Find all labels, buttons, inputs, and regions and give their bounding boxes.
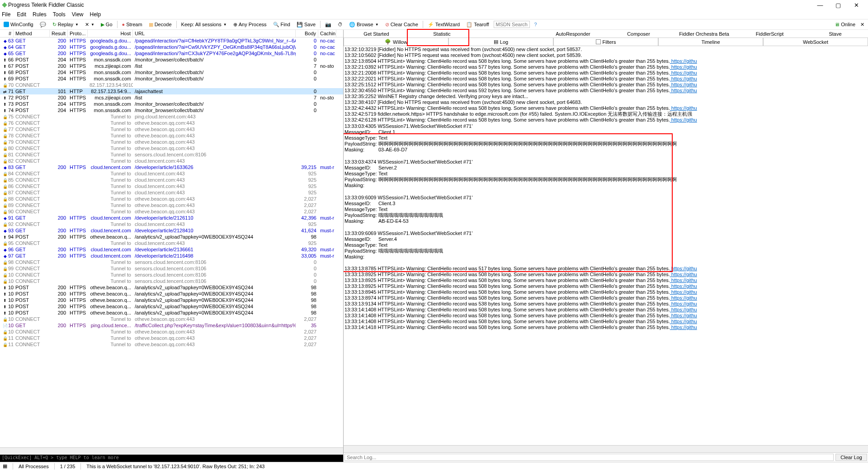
col-proto[interactable]: Proto...: [68, 30, 88, 37]
session-row[interactable]: ⇄71GET101HTTP82.157.123.54:9.../ajaxchat…: [0, 88, 343, 94]
menu-tools[interactable]: Tools: [53, 11, 66, 18]
tab-fiddler-orchestra-beta[interactable]: Fiddler Orchestra Beta: [671, 30, 737, 38]
session-row[interactable]: ◆93GET200HTTPScloud.tencent.com/develope…: [0, 227, 343, 234]
tab-composer[interactable]: Composer: [606, 30, 671, 38]
tab-filters[interactable]: Filters: [553, 38, 658, 46]
log-panel[interactable]: 13:32:10:3219 [Fiddler] No HTTPS request…: [344, 46, 868, 445]
maximize-button[interactable]: ▢: [829, 2, 847, 9]
log-link[interactable]: https://githu: [670, 82, 697, 87]
log-link[interactable]: https://githu: [670, 64, 697, 70]
col-host[interactable]: Host: [88, 30, 133, 37]
decode-button[interactable]: ▦Decode: [147, 22, 174, 28]
menu-edit[interactable]: Edit: [17, 11, 26, 18]
session-row[interactable]: 🔒90CONNECTTunnel tootheve.beacon.qq.com:…: [0, 208, 343, 215]
log-link[interactable]: https://githu: [670, 272, 697, 277]
log-link[interactable]: https://githu: [670, 105, 697, 111]
log-link[interactable]: https://githu: [670, 313, 697, 318]
session-row[interactable]: 🔒100CONNECTTunnel tosensors.cloud.tencen…: [0, 272, 343, 278]
session-row[interactable]: 🔒99CONNECTTunnel tosensors.cloud.tencent…: [0, 265, 343, 272]
tab-timeline[interactable]: Timeline: [658, 38, 763, 46]
log-link[interactable]: https://githu: [670, 70, 697, 75]
tab-statistic[interactable]: Statistic: [409, 30, 475, 38]
log-link[interactable]: https://githu: [670, 58, 697, 64]
session-row[interactable]: 🔒80CONNECTTunnel tootheve.beacon.qq.com:…: [0, 145, 343, 151]
session-row[interactable]: ◆96GET200HTTPScloud.tencent.com/develope…: [0, 246, 343, 253]
log-link[interactable]: https://githu: [670, 295, 697, 301]
find-button[interactable]: 🔍Find: [271, 22, 292, 28]
log-link[interactable]: https://githu: [670, 266, 697, 271]
winconfig-button[interactable]: WinConfig: [2, 22, 35, 27]
session-row[interactable]: 🔒82CONNECTTunnel tocloud.tencent.com:443: [0, 158, 343, 164]
session-row[interactable]: 🔒76CONNECTTunnel tootheve.beacon.qq.com:…: [0, 120, 343, 126]
menu-file[interactable]: File: [2, 11, 10, 18]
session-row[interactable]: ⬆102POST200HTTPSotheve.beacon.q.../analy…: [0, 284, 343, 291]
stream-button[interactable]: ●Stream: [120, 22, 144, 27]
menu-rules[interactable]: Rules: [33, 11, 47, 18]
tab-willow[interactable]: 🌳Willow: [344, 38, 448, 46]
anyprocess-button[interactable]: ⊕Any Process: [231, 22, 269, 28]
capture-indicator[interactable]: ▦: [3, 463, 7, 469]
go-button[interactable]: ▶Go: [99, 22, 114, 28]
log-link[interactable]: https://githu: [670, 76, 697, 81]
tab-stave[interactable]: Stave: [802, 30, 868, 38]
log-link[interactable]: https://githu: [670, 117, 697, 122]
session-row[interactable]: ◆64GET200HTTPSgoogleads.g.dou.../pagead/…: [0, 44, 343, 50]
session-row[interactable]: ⬆74POST204HTTPSmon.snssdk.com/monitor_br…: [0, 107, 343, 113]
clearcache-button[interactable]: ⊘Clear Cache: [383, 22, 420, 28]
session-row[interactable]: ⬆66POST204HTTPSmon.snssdk.com/monitor_br…: [0, 56, 343, 63]
log-h-scrollbar[interactable]: [344, 445, 868, 452]
online-indicator[interactable]: 🖥Online: [833, 22, 857, 27]
close-toolbar-button[interactable]: ✕: [859, 22, 866, 28]
session-row[interactable]: ◆91GET200HTTPScloud.tencent.com/develope…: [0, 215, 343, 221]
session-row[interactable]: 🔒107CONNECTTunnel tootheve.beacon.qq.com…: [0, 316, 343, 322]
session-grid-body[interactable]: ◆63GET200HTTPSgoogleads.g.dou.../pagead/…: [0, 38, 343, 447]
keep-dropdown[interactable]: Keep: All sessions▼: [179, 22, 229, 27]
session-row[interactable]: 🔒81CONNECTTunnel tosensors.cloud.tencent…: [0, 151, 343, 158]
session-row[interactable]: 🔒111CONNECTTunnel tootheve.beacon.qq.com…: [0, 341, 343, 348]
session-row[interactable]: ◆65GET200HTTPSgoogleads.g.dou.../pagead/…: [0, 50, 343, 56]
tab-hidden[interactable]: [475, 30, 540, 38]
save-button[interactable]: 💾Save: [295, 22, 317, 28]
session-row[interactable]: ⬆103POST200HTTPSotheve.beacon.q.../analy…: [0, 291, 343, 297]
clear-log-button[interactable]: Clear Log: [835, 454, 867, 461]
session-row[interactable]: ⬆105POST200HTTPSotheve.beacon.q.../analy…: [0, 303, 343, 310]
log-link[interactable]: https://githu: [670, 307, 697, 312]
tearoff-button[interactable]: 📋Tearoff: [464, 22, 491, 28]
menu-help[interactable]: Help: [90, 11, 101, 18]
tab-autoresponder[interactable]: AutoResponder: [540, 30, 606, 38]
session-row[interactable]: ⬆104POST200HTTPSotheve.beacon.q.../analy…: [0, 297, 343, 303]
session-row[interactable]: 🔒87CONNECTTunnel tocloud.tencent.com:443…: [0, 189, 343, 196]
log-link[interactable]: https://githu: [670, 289, 697, 295]
session-row[interactable]: ⬆94POST200HTTPSotheve.beacon.q.../analyt…: [0, 234, 343, 240]
tab-log[interactable]: ▤Log: [448, 38, 553, 46]
session-row[interactable]: 🔒79CONNECTTunnel tootheve.beacon.qq.com:…: [0, 139, 343, 145]
replay-button[interactable]: ↻Replay▼: [51, 22, 80, 28]
session-row[interactable]: 🔒70CONNECT82.157.123.54:9010: [0, 82, 343, 88]
log-link[interactable]: https://githu: [670, 301, 697, 306]
session-row[interactable]: 🔒89CONNECTTunnel tootheve.beacon.qq.com:…: [0, 202, 343, 208]
timer-button[interactable]: ⏱: [336, 22, 344, 27]
col-cache[interactable]: Cachin: [318, 30, 336, 37]
msdn-search-input[interactable]: [494, 21, 530, 28]
session-row[interactable]: 🔒95CONNECTTunnel tocloud.tencent.com:443…: [0, 240, 343, 246]
col-url[interactable]: URL: [133, 30, 296, 37]
log-link[interactable]: https://githu: [670, 277, 697, 283]
quickexec-bar[interactable]: [QuickExec] ALT+Q > type HELP to learn m…: [0, 455, 343, 462]
col-id[interactable]: #: [0, 30, 14, 37]
session-row[interactable]: 🔒98CONNECTTunnel tosensors.cloud.tencent…: [0, 259, 343, 265]
log-link[interactable]: https://githu: [670, 88, 697, 93]
session-row[interactable]: ⬆68POST204HTTPSmon.snssdk.com/monitor_br…: [0, 69, 343, 75]
log-link[interactable]: https://githu: [670, 319, 697, 324]
session-row[interactable]: 🔒92CONNECTTunnel tocloud.tencent.com:443…: [0, 221, 343, 227]
col-method[interactable]: Method: [14, 30, 50, 37]
session-row[interactable]: ⬆67POST200HTTPSmcs.zijieapi.com/list7no-…: [0, 63, 343, 69]
session-row[interactable]: 🔒84CONNECTTunnel tocloud.tencent.com:443…: [0, 170, 343, 177]
browse-button[interactable]: 🌐Browse▼: [347, 22, 381, 28]
textwizard-button[interactable]: ⚡TextWizard: [426, 22, 462, 28]
session-row[interactable]: 🔒86CONNECTTunnel tocloud.tencent.com:443…: [0, 183, 343, 189]
session-row[interactable]: ⬆69POST204HTTPSmon.snssdk.com/monitor_br…: [0, 75, 343, 82]
minimize-button[interactable]: —: [811, 2, 829, 9]
session-row[interactable]: ◆97GET200HTTPScloud.tencent.com/develope…: [0, 253, 343, 259]
h-scrollbar[interactable]: [0, 447, 343, 455]
session-row[interactable]: 📄108GET200HTTPSping.cloud.tence.../traff…: [0, 322, 343, 329]
